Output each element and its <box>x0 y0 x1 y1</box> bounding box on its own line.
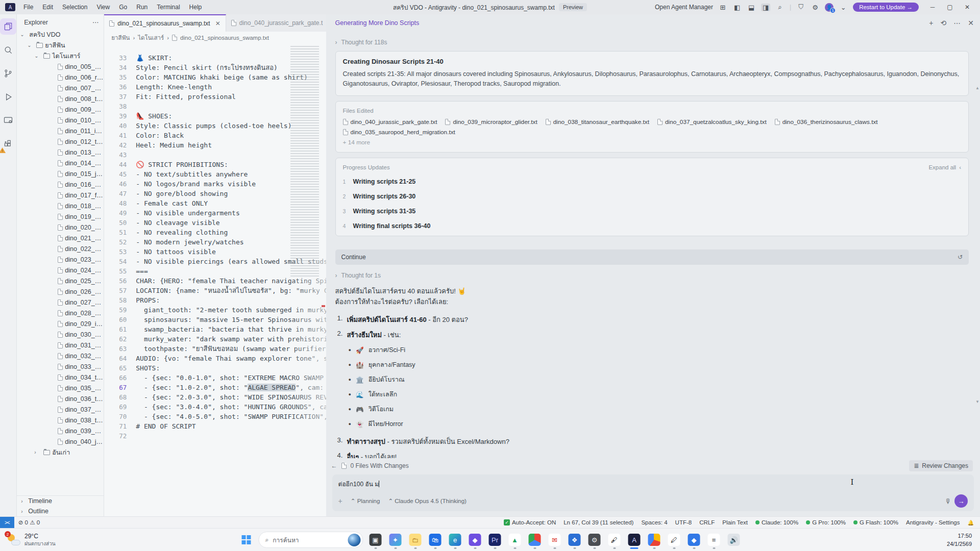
bell-icon[interactable]: 🔔 <box>968 520 974 525</box>
progress-item[interactable]: 1 Writing scripts 21-25 <box>343 178 961 185</box>
edited-file-chip[interactable]: dino_035_sauropod_herd_migration.txt <box>343 129 455 136</box>
tree-item[interactable]: dino_033_plesi... <box>17 361 104 372</box>
tree-item[interactable]: ⌄ ยาสีฟัน <box>17 40 104 51</box>
menu-item[interactable]: Go <box>115 2 131 12</box>
taskbar-app-store[interactable]: 🛍 <box>427 530 444 549</box>
tree-item[interactable]: dino_026_arch... <box>17 286 104 297</box>
menu-item[interactable]: Selection <box>58 2 91 12</box>
code-line[interactable]: 56 CHAR: {HERO: "female Thai teacher nav… <box>104 276 326 286</box>
new-conversation-icon[interactable]: + <box>929 19 933 27</box>
timeline-section[interactable]: › Timeline <box>17 496 104 506</box>
tree-item[interactable]: › อันเก่า <box>17 447 104 458</box>
customize-layout-icon[interactable]: ⊞ <box>718 4 727 11</box>
taskbar-app-antigravity[interactable]: A <box>626 530 643 549</box>
toggle-panel-icon[interactable]: ⬓ <box>747 4 756 11</box>
chat-input[interactable]: ต่ออีก100 อัน ม + ⌃ Planning ⌃ Claude Op… <box>332 474 974 511</box>
remote-explorer-icon[interactable] <box>0 112 16 129</box>
more-files-chip[interactable]: + 14 more <box>343 139 370 146</box>
tree-item[interactable]: dino_008_tar_p... <box>17 93 104 104</box>
close-panel-icon[interactable]: ✕ <box>968 19 974 27</box>
code-line[interactable]: 59 giant_tooth: "2-meter tooth submerged… <box>104 305 326 315</box>
code-line[interactable]: 69 - {sec: "3.0-4.0", shot: "HUNTING GRO… <box>104 402 326 412</box>
indentation-setting[interactable]: Spaces: 4 <box>641 519 667 525</box>
toggle-secondary-sidebar-icon[interactable]: ◨ <box>761 4 770 11</box>
taskbar-app-photos[interactable]: ▣ <box>367 530 384 549</box>
code-line[interactable]: 60 spinosaurus: "massive 15-meter Spinos… <box>104 315 326 324</box>
tree-item[interactable]: ⌄ ไดโนเสาร์ <box>17 51 104 61</box>
tab-close-icon[interactable]: ✕ <box>215 20 220 27</box>
tree-item[interactable]: dino_028_pach... <box>17 308 104 318</box>
remote-indicator[interactable]: >< <box>0 517 14 528</box>
taskbar-app-copilot[interactable]: ✦ <box>387 530 404 549</box>
tree-item[interactable]: dino_015_juras... <box>17 168 104 179</box>
taskbar-search[interactable]: ⌕ การค้นหา <box>259 532 363 548</box>
problems-indicator[interactable]: ⊘ 0 ⚠ 0 <box>18 519 40 526</box>
menu-item[interactable]: Run <box>132 2 152 12</box>
breadcrumb[interactable]: ยาสีฟัน › ไดโนเสาร์ › dino_021_spinosaur… <box>104 32 326 44</box>
tree-item[interactable]: dino_007_brac... <box>17 83 104 93</box>
tree-item[interactable]: dino_040_juras... <box>17 436 104 447</box>
chevron-down-icon[interactable]: ⌄ <box>839 4 848 11</box>
encoding-setting[interactable]: UTF-8 <box>675 519 692 525</box>
tree-item[interactable]: dino_027_com... <box>17 297 104 308</box>
editor-tab[interactable]: dino_021_spinosaurus_swamp.txt ✕ <box>104 14 226 32</box>
progress-item[interactable]: 4 Writing final scripts 36-40 <box>343 222 961 230</box>
tree-item[interactable]: dino_005_volca... <box>17 61 104 72</box>
search-icon[interactable]: ⌕ <box>775 3 785 11</box>
maximize-button[interactable]: ▢ <box>941 2 959 12</box>
continue-bar[interactable]: Continue ↺ <box>335 249 969 265</box>
planning-mode-selector[interactable]: ⌃ Planning <box>351 497 380 505</box>
tree-item[interactable]: dino_019_pang... <box>17 211 104 222</box>
edited-file-chip[interactable]: dino_039_microraptor_glider.txt <box>445 118 537 126</box>
breadcrumb-folder[interactable]: ไดโนเสาร์ <box>138 33 164 42</box>
back-icon[interactable]: ← <box>331 462 337 469</box>
more-icon[interactable]: ⋯ <box>953 19 961 27</box>
taskbar-app-notepad[interactable]: ≡ <box>705 530 723 549</box>
tree-item[interactable]: dino_031_giga... <box>17 340 104 350</box>
tree-item[interactable]: dino_039_micr... <box>17 425 104 436</box>
taskbar-app-clipchamp[interactable]: ◆ <box>467 530 484 549</box>
tree-item[interactable]: dino_010_steg... <box>17 115 104 126</box>
tree-item[interactable]: dino_012_tricer... <box>17 136 104 147</box>
weather-widget[interactable]: 2 29°C ฝนตกบางส่วน <box>0 533 56 547</box>
source-control-icon[interactable] <box>0 65 16 82</box>
taskbar-app-edge[interactable]: e <box>447 530 464 549</box>
tree-item[interactable]: dino_035_saur... <box>17 383 104 393</box>
tree-item[interactable]: dino_017_fossil... <box>17 190 104 201</box>
thought-toggle-2[interactable]: › Thought for 1s <box>335 272 969 279</box>
tree-item[interactable]: dino_006_rapt... <box>17 72 104 83</box>
mic-icon[interactable]: 🎙 <box>945 497 951 505</box>
tree-item[interactable]: dino_036_theri... <box>17 393 104 404</box>
tree-item[interactable]: dino_020_extin... <box>17 222 104 233</box>
editor-tab[interactable]: dino_040_jurassic_park_gate.t <box>226 14 333 32</box>
taskbar-app-premiere[interactable]: Pr <box>486 530 504 549</box>
toggle-sidebar-icon[interactable]: ◧ <box>732 4 742 11</box>
taskbar-app-audio[interactable]: 🔊 <box>725 530 743 549</box>
breadcrumb-folder[interactable]: ยาสีฟัน <box>111 33 130 42</box>
account-avatar[interactable]: 👤1 <box>825 3 834 12</box>
menu-item[interactable]: Help <box>185 2 206 12</box>
close-button[interactable]: ✕ <box>959 2 976 12</box>
taskbar-app-pen-2[interactable]: 🖊 <box>666 530 683 549</box>
cursor-position[interactable]: Ln 67, Col 39 (11 selected) <box>564 519 633 525</box>
model-selector[interactable]: ⌃ Claude Opus 4.5 (Thinking) <box>388 497 466 505</box>
code-line[interactable]: 65 SHOTS: <box>104 363 326 373</box>
send-button[interactable]: → <box>954 494 968 508</box>
tree-item[interactable]: dino_029_igua... <box>17 318 104 329</box>
edited-file-chip[interactable]: dino_038_titanosaur_earthquake.txt <box>546 118 649 126</box>
tree-item[interactable]: dino_018_dino... <box>17 201 104 211</box>
open-agent-manager-button[interactable]: Open Agent Manager <box>655 4 713 11</box>
tree-item[interactable]: dino_014_dino... <box>17 158 104 168</box>
taskbar-app-google-drive[interactable]: ▲ <box>506 530 524 549</box>
start-button[interactable] <box>238 531 255 548</box>
thought-toggle[interactable]: › Thought for 118s <box>335 39 969 46</box>
search-sidebar-icon[interactable] <box>0 42 16 58</box>
model-quota[interactable]: G Flash: 100% <box>853 519 898 525</box>
tree-item[interactable]: dino_011_ice_a... <box>17 126 104 136</box>
conversation-scroll-area[interactable]: › Thought for 118s Creating Dinosaur Scr… <box>326 32 980 458</box>
restart-to-update-button[interactable]: Restart to Update → <box>853 3 919 12</box>
edited-file-chip[interactable]: dino_037_quetzalcoatlus_sky_king.txt <box>657 118 767 126</box>
code-line[interactable]: 67 - {sec: "1.0-2.0", shot: "ALGAE SPREA… <box>104 383 326 392</box>
model-quota[interactable]: G Pro: 100% <box>806 519 846 525</box>
menu-item[interactable]: View <box>92 2 114 12</box>
